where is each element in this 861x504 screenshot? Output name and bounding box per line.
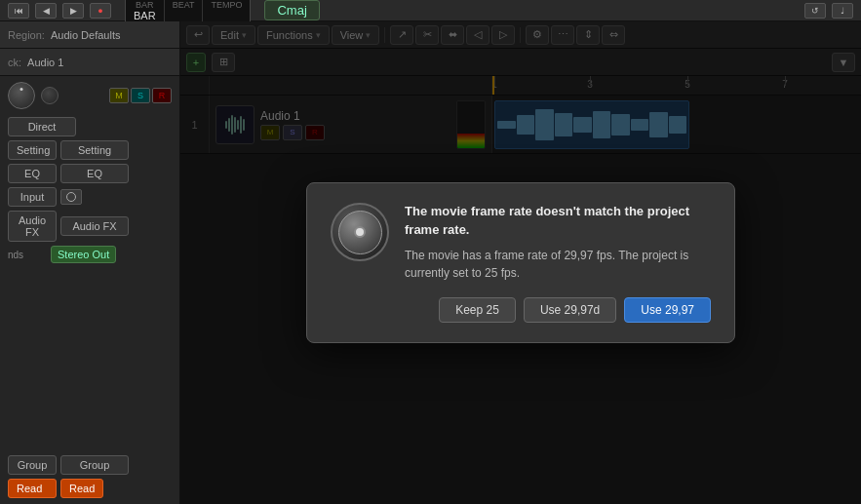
bar-beat-tempo: BAR BAR BEAT TEMPO: [125, 0, 251, 24]
controls-area: M S R Direct Setting Setting EQ EQ Input: [0, 76, 179, 504]
bar-display: BAR BAR: [126, 0, 165, 23]
dialog-box: The movie frame rate doesn't match the p…: [306, 182, 735, 342]
main-layout: Region: Audio Defaults ck: Audio 1 M S R…: [0, 21, 861, 504]
region-label: Region:: [8, 29, 45, 41]
left-sidebar: Region: Audio Defaults ck: Audio 1 M S R…: [0, 21, 180, 504]
region-bar: Region: Audio Defaults: [0, 21, 179, 49]
tempo-display: TEMPO: [203, 0, 250, 23]
setting-row: Setting Setting: [8, 140, 172, 160]
use-29-97-button[interactable]: Use 29,97: [624, 297, 711, 323]
send-icon: [66, 192, 76, 202]
pan-knob[interactable]: [41, 87, 59, 104]
send-button[interactable]: [60, 189, 82, 205]
output-label: nds: [8, 250, 47, 260]
audio-fx-button-right[interactable]: Audio FX: [60, 216, 129, 236]
dialog-icon: [331, 203, 389, 261]
direct-button[interactable]: Direct: [8, 117, 76, 136]
track-bar: ck: Audio 1: [0, 49, 179, 76]
setting-button-right[interactable]: Setting: [60, 140, 129, 160]
beat-label: BEAT: [173, 0, 195, 10]
knob-dot: [20, 88, 23, 91]
read-row: Read Read: [8, 479, 172, 498]
input-button[interactable]: Input: [8, 187, 57, 207]
group-read-row: Group Group: [8, 455, 172, 475]
volume-knob[interactable]: [8, 82, 35, 109]
volume-pan-row: M S R: [8, 82, 172, 109]
mute-button[interactable]: M: [109, 88, 129, 103]
tempo-label: TEMPO: [211, 0, 242, 10]
transport-bar: ⏮ ◀ ▶ ● BAR BAR BEAT TEMPO Cmaj ↺ ♩: [0, 0, 861, 21]
group-button-left[interactable]: Group: [8, 455, 57, 475]
read-button-right[interactable]: Read: [60, 479, 103, 498]
dialog-message: The movie has a frame rate of 29,97 fps.…: [405, 247, 711, 282]
audio-fx-row: Audio FX Audio FX: [8, 211, 172, 242]
play-btn[interactable]: ▶: [62, 3, 84, 19]
record-btn[interactable]: ●: [90, 3, 111, 19]
input-row: Input: [8, 187, 172, 207]
direct-row: Direct: [8, 117, 172, 136]
chord-display: Cmaj: [264, 0, 319, 20]
dialog-title: The movie frame rate doesn't match the p…: [405, 203, 711, 238]
eq-button-left[interactable]: EQ: [8, 164, 57, 183]
region-value: Audio Defaults: [51, 29, 121, 41]
eq-button-right[interactable]: EQ: [60, 164, 129, 183]
output-select[interactable]: Stereo Out: [51, 246, 116, 263]
track-area: ↩ Edit ▾ Functions ▾ View ▾ ↗ ✂ ⬌ ◁ ▷: [180, 21, 861, 504]
dialog-content: The movie frame rate doesn't match the p…: [405, 203, 711, 322]
output-row: nds Stereo Out: [8, 246, 172, 263]
solo-button[interactable]: S: [131, 88, 150, 103]
group-button-right[interactable]: Group: [60, 455, 129, 475]
rewind-btn[interactable]: ⏮: [8, 3, 29, 19]
record-button[interactable]: R: [152, 88, 172, 103]
read-button-left[interactable]: Read: [8, 479, 57, 498]
setting-button-left[interactable]: Setting: [8, 140, 57, 160]
dialog-overlay: The movie frame rate doesn't match the p…: [180, 21, 861, 504]
use-29-97d-button[interactable]: Use 29,97d: [524, 297, 616, 323]
audio-fx-button-left[interactable]: Audio FX: [8, 211, 57, 242]
dialog-icon-disc: [354, 226, 366, 238]
dialog-buttons: Keep 25 Use 29,97d Use 29,97: [405, 297, 711, 323]
bar-label: BAR: [134, 0, 156, 10]
keep-25-button[interactable]: Keep 25: [439, 297, 516, 323]
loop-btn[interactable]: ↺: [804, 3, 826, 19]
eq-row: EQ EQ: [8, 164, 172, 183]
dialog-icon-inner: [338, 211, 382, 254]
beat-display: BEAT: [165, 0, 204, 23]
track-label: ck:: [8, 57, 21, 68]
prev-btn[interactable]: ◀: [35, 3, 57, 19]
metronome-btn[interactable]: ♩: [832, 3, 853, 19]
track-name-display: Audio 1: [27, 57, 63, 68]
